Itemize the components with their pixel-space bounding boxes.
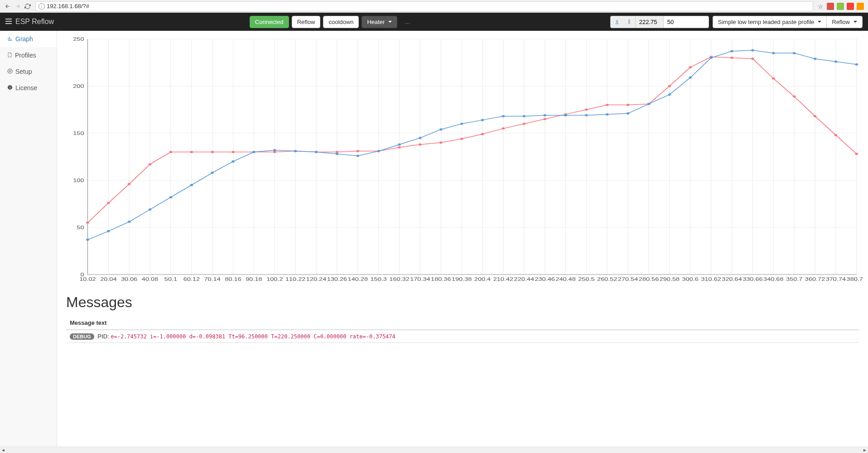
svg-point-94 — [128, 183, 131, 185]
messages-section: Messages Message text DEBUG PID: e=-2.74… — [57, 289, 868, 347]
svg-point-156 — [627, 112, 630, 115]
svg-point-116 — [585, 109, 588, 111]
svg-text:80.16: 80.16 — [225, 276, 241, 282]
svg-point-153 — [564, 114, 567, 116]
extension-icon[interactable] — [827, 3, 834, 10]
info-icon[interactable]: i — [39, 3, 45, 10]
svg-point-112 — [502, 127, 505, 130]
svg-point-164 — [793, 52, 796, 54]
svg-text:150: 150 — [73, 130, 84, 136]
svg-point-121 — [689, 66, 692, 68]
reflow-status[interactable]: Reflow — [292, 16, 321, 28]
messages-col-header: Message text — [66, 316, 859, 330]
info-icon — [7, 84, 13, 92]
svg-point-154 — [585, 114, 588, 116]
svg-text:30.06: 30.06 — [121, 276, 137, 282]
caret-down-icon — [818, 21, 821, 23]
reload-icon[interactable] — [23, 1, 33, 11]
svg-text:380.76: 380.76 — [847, 276, 863, 282]
svg-point-134 — [169, 196, 173, 198]
svg-text:140.28: 140.28 — [348, 276, 368, 282]
brand[interactable]: ESP Reflow — [5, 18, 54, 26]
svg-point-110 — [460, 138, 463, 140]
extension-icon[interactable] — [847, 3, 854, 10]
main-layout: Graph Profiles Setup License 05010015020… — [0, 31, 868, 453]
extension-icon[interactable] — [857, 3, 864, 10]
svg-point-95 — [149, 163, 152, 165]
back-icon[interactable] — [3, 1, 13, 11]
cooldown-button[interactable]: cooldown — [323, 16, 359, 28]
svg-text:330.66: 330.66 — [743, 276, 762, 282]
sidebar: Graph Profiles Setup License — [0, 31, 57, 453]
svg-text:210.42: 210.42 — [493, 276, 513, 282]
horizontal-scrollbar[interactable]: ◄ ► — [0, 447, 868, 453]
svg-point-163 — [772, 52, 775, 54]
svg-text:120.24: 120.24 — [306, 276, 326, 282]
bookmark-star-icon[interactable]: ☆ — [818, 3, 824, 10]
url-bar[interactable]: i 192.168.1.68/?# — [35, 1, 813, 11]
svg-point-160 — [709, 57, 713, 59]
target-temp-input[interactable] — [664, 16, 709, 28]
url-text: 192.168.1.68/?# — [47, 3, 89, 10]
svg-text:260.52: 260.52 — [597, 276, 617, 282]
sidebar-item-license[interactable]: License — [0, 80, 57, 96]
file-icon — [7, 52, 12, 59]
svg-text:340.68: 340.68 — [763, 276, 783, 282]
navbar-right: Simple low temp leaded paste profile Ref… — [610, 16, 863, 28]
svg-point-109 — [439, 141, 443, 144]
svg-point-159 — [689, 77, 692, 79]
menu-icon[interactable] — [5, 18, 12, 26]
temperature-chart: 05010015020025010.0220.0430.0640.0850.16… — [61, 34, 863, 288]
scroll-left-icon[interactable]: ◄ — [1, 448, 5, 453]
svg-text:280.56: 280.56 — [639, 276, 659, 282]
svg-point-149 — [481, 119, 484, 121]
svg-point-158 — [668, 93, 671, 96]
reflow-action-dropdown[interactable]: Reflow — [826, 16, 863, 28]
sidebar-item-graph[interactable]: Graph — [0, 31, 57, 47]
svg-text:240.48: 240.48 — [555, 276, 575, 282]
svg-point-141 — [315, 151, 318, 153]
connected-badge: Connected — [250, 16, 289, 28]
sidebar-item-label: Profiles — [15, 52, 36, 59]
svg-point-130 — [86, 239, 89, 241]
svg-point-96 — [169, 151, 173, 153]
extension-icon[interactable] — [837, 3, 844, 10]
svg-point-0 — [10, 71, 11, 72]
download-icon[interactable] — [610, 16, 623, 28]
svg-text:110.22: 110.22 — [285, 276, 305, 282]
profile-select[interactable]: Simple low temp leaded paste profile — [713, 16, 826, 28]
sidebar-item-label: License — [15, 84, 37, 92]
svg-text:250: 250 — [73, 36, 84, 42]
svg-point-93 — [107, 202, 110, 204]
svg-text:50: 50 — [77, 225, 84, 231]
svg-point-118 — [627, 104, 630, 106]
svg-text:50.1: 50.1 — [164, 276, 177, 282]
svg-text:70.14: 70.14 — [204, 276, 221, 282]
svg-point-143 — [357, 154, 360, 157]
svg-text:320.64: 320.64 — [722, 276, 742, 282]
sidebar-item-setup[interactable]: Setup — [0, 63, 57, 80]
sidebar-item-profiles[interactable]: Profiles — [0, 47, 57, 63]
svg-point-138 — [252, 151, 256, 153]
heater-dropdown[interactable]: Heater — [362, 16, 397, 28]
scroll-right-icon[interactable]: ► — [863, 448, 867, 453]
svg-text:10.02: 10.02 — [79, 276, 96, 282]
svg-point-111 — [481, 133, 484, 135]
svg-point-166 — [834, 60, 838, 63]
svg-point-125 — [772, 77, 775, 80]
svg-text:90.18: 90.18 — [246, 276, 262, 282]
svg-point-136 — [211, 172, 214, 174]
svg-point-99 — [231, 151, 235, 153]
svg-text:270.54: 270.54 — [618, 276, 638, 282]
svg-text:250.5: 250.5 — [578, 276, 594, 282]
brand-label: ESP Reflow — [15, 18, 54, 26]
svg-text:20.04: 20.04 — [100, 276, 116, 282]
svg-point-152 — [543, 114, 546, 116]
svg-point-151 — [522, 115, 526, 117]
svg-point-108 — [419, 143, 422, 145]
svg-text:160.32: 160.32 — [389, 276, 409, 282]
svg-text:350.7: 350.7 — [786, 276, 802, 282]
caret-down-icon — [854, 21, 857, 23]
messages-table: Message text DEBUG PID: e=-2.745732 i=-1… — [66, 316, 859, 343]
svg-text:290.58: 290.58 — [660, 276, 680, 282]
